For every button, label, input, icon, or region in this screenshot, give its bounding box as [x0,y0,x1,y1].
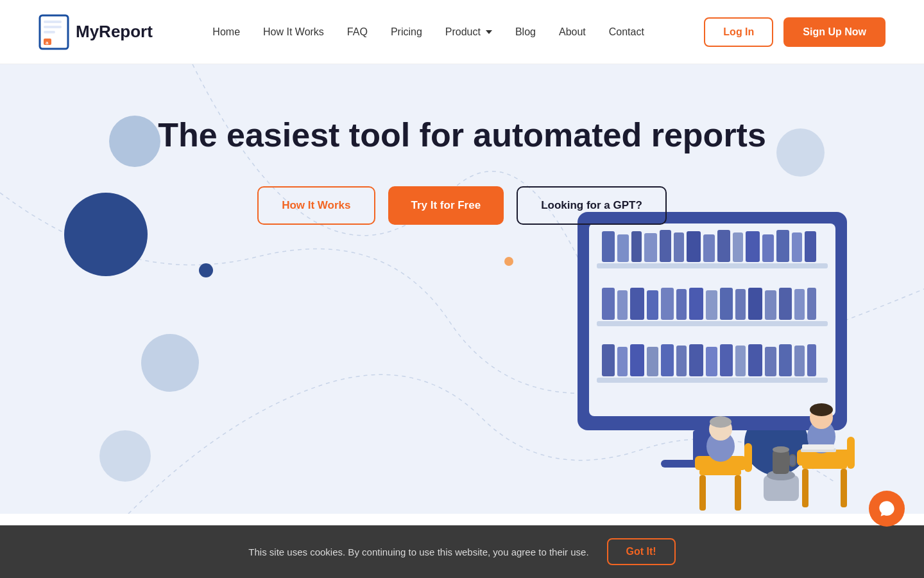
try-free-button[interactable]: Try It for Free [388,186,504,225]
deco-circle-5 [99,430,151,482]
svg-rect-33 [720,288,733,320]
svg-rect-13 [660,230,671,262]
svg-rect-27 [630,288,644,320]
svg-rect-19 [746,231,760,262]
deco-circle-3 [199,263,213,277]
svg-rect-8 [597,263,828,268]
svg-rect-44 [647,347,658,376]
svg-rect-17 [717,230,730,262]
hero-section: The easiest tool for automated reports H… [0,64,924,514]
svg-rect-21 [776,230,789,262]
svg-rect-12 [644,233,657,262]
nav-product[interactable]: Product [445,26,492,38]
svg-rect-47 [689,344,703,376]
hero-title: The easiest tool for automated reports [158,116,766,154]
cookie-message: This site uses cookies. By continuing to… [248,547,588,557]
signup-button[interactable]: Sign Up Now [783,17,886,47]
svg-point-65 [810,403,833,416]
svg-rect-49 [720,344,733,376]
hero-buttons: How It Works Try It for Free Looking for… [257,186,667,225]
svg-rect-22 [792,232,802,262]
svg-point-75 [710,416,732,428]
nav-faq[interactable]: FAQ [347,26,368,37]
nav-contact[interactable]: Contact [609,26,644,37]
svg-rect-70 [735,475,741,511]
svg-rect-26 [617,290,628,320]
svg-rect-20 [762,234,774,262]
svg-rect-50 [735,346,746,376]
nav-how-it-works[interactable]: How It Works [263,26,324,37]
svg-rect-35 [748,288,762,320]
nav-links: Home How It Works FAQ Pricing Product Bl… [212,26,644,38]
svg-rect-16 [703,234,715,262]
svg-rect-51 [748,344,762,376]
chat-icon [878,500,896,518]
logo-name: MyReport [76,22,153,42]
svg-rect-40 [597,378,828,383]
login-button[interactable]: Log In [704,17,773,47]
svg-rect-29 [661,288,674,320]
logo[interactable]: a MyReport [38,14,153,50]
hero-illustration [501,193,873,514]
svg-rect-42 [617,347,628,376]
svg-rect-43 [630,344,644,376]
nav-home[interactable]: Home [212,26,240,37]
svg-rect-72 [744,443,752,472]
chat-widget[interactable] [869,491,905,527]
svg-rect-3 [44,31,55,33]
chevron-down-icon [486,30,492,34]
deco-circle-4 [141,334,199,392]
svg-rect-11 [631,231,642,262]
svg-rect-45 [661,344,674,376]
svg-rect-25 [602,288,615,320]
svg-rect-60 [841,469,847,507]
cookie-banner: This site uses cookies. By continuing to… [0,525,924,578]
svg-rect-10 [617,234,629,262]
svg-rect-59 [802,469,809,507]
svg-rect-38 [794,289,805,320]
how-it-works-button[interactable]: How It Works [257,186,375,225]
svg-rect-67 [802,444,834,450]
svg-rect-18 [733,232,743,262]
svg-rect-41 [602,344,615,376]
svg-rect-24 [597,321,828,326]
svg-rect-28 [647,290,658,320]
navbar: a MyReport Home How It Works FAQ Pricing… [0,0,924,64]
svg-rect-15 [687,231,701,262]
svg-rect-48 [706,347,717,376]
svg-rect-14 [674,232,684,262]
svg-rect-32 [706,290,717,320]
svg-rect-55 [807,344,816,376]
svg-rect-46 [676,346,687,376]
svg-rect-52 [765,347,776,376]
gpt-button[interactable]: Looking for a GPT? [517,186,667,225]
svg-rect-69 [699,475,706,511]
svg-rect-23 [805,231,816,262]
deco-circle-6 [776,128,825,177]
svg-rect-78 [773,450,789,474]
svg-rect-37 [779,288,792,320]
svg-rect-54 [794,346,805,376]
svg-rect-62 [847,437,855,469]
got-it-button[interactable]: Got It! [607,538,676,565]
nav-about[interactable]: About [559,26,586,37]
svg-text:a: a [46,40,49,46]
deco-circle-1 [109,116,160,167]
svg-rect-34 [735,289,746,320]
nav-actions: Log In Sign Up Now [704,17,886,47]
svg-rect-30 [676,289,687,320]
deco-circle-2 [64,193,148,276]
svg-rect-2 [44,26,62,28]
logo-icon: a [38,14,69,50]
svg-rect-53 [779,344,792,376]
svg-rect-36 [765,290,776,320]
nav-pricing[interactable]: Pricing [391,26,422,37]
svg-rect-9 [602,231,615,262]
svg-rect-1 [44,21,62,23]
svg-rect-79 [789,455,796,466]
svg-rect-39 [807,288,816,320]
nav-blog[interactable]: Blog [515,26,536,37]
svg-point-80 [773,446,789,453]
svg-rect-31 [689,288,703,320]
